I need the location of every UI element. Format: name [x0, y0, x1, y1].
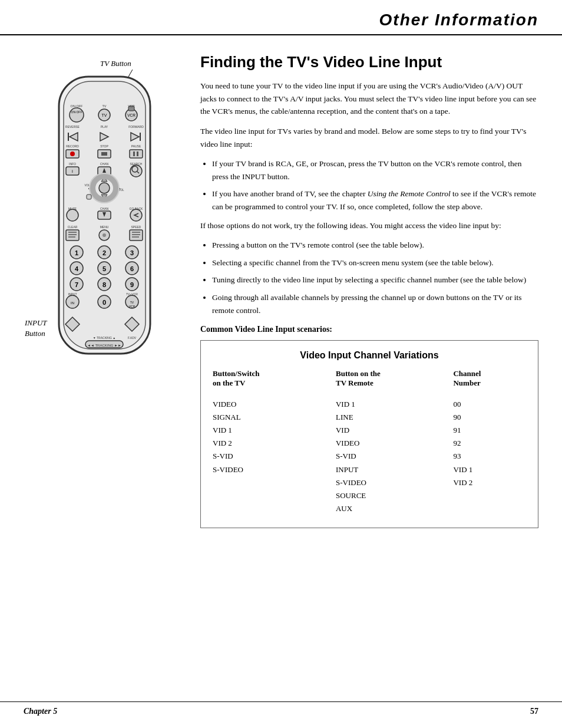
more-bullet-3: Tuning directly to the video line input … [212, 274, 538, 286]
svg-rect-25 [101, 152, 107, 156]
svg-point-23 [70, 151, 75, 156]
table-container: Video Input Channel Variations Button/Sw… [200, 340, 538, 528]
svg-text:3: 3 [130, 249, 134, 256]
svg-text:4: 4 [75, 265, 79, 272]
section-title: Finding the TV's Video Line Input [200, 53, 538, 71]
bullet-item-2: If you have another brand of TV, see the… [212, 187, 538, 213]
more-bullet-2: Selecting a specific channel from the TV… [212, 256, 538, 269]
svg-rect-59 [130, 230, 143, 241]
right-column: Finding the TV's Video Line Input You ne… [200, 53, 538, 528]
svg-text:PAUSE: PAUSE [131, 144, 141, 148]
svg-text:REVERSE: REVERSE [65, 125, 80, 129]
svg-text:CLEAR: CLEAR [68, 225, 78, 229]
svg-text:7: 7 [75, 281, 78, 288]
svg-text:IN: IN [71, 301, 74, 305]
svg-text:SPEED: SPEED [131, 225, 141, 229]
left-column: TV Button ON·OFF TV [24, 53, 183, 528]
svg-text:▼ TRACKING ▲: ▼ TRACKING ▲ [93, 336, 115, 340]
middle-text: If those options do not work, try the fo… [200, 219, 538, 232]
intro-paragraph-1: You need to tune your TV to the video li… [200, 80, 538, 118]
svg-text:2: 2 [103, 249, 106, 256]
svg-text:RECORD: RECORD [66, 144, 79, 148]
svg-text:INFO: INFO [69, 162, 76, 166]
col-header-2: Button on theTV Remote [336, 369, 453, 393]
cell-switch: VIDEOSIGNALVID 1VID 2S-VIDS-VIDEO [213, 397, 336, 516]
col-header-1: Button/Switchon the TV [213, 369, 336, 393]
remote-control: ON·OFF TV VCR ON·OFF TV VCR REVERSE PLAY… [53, 71, 156, 365]
svg-point-58 [103, 233, 106, 237]
svg-text:VCR: VCR [129, 305, 135, 308]
second-bullet-list: Pressing a button on the TV's remote con… [212, 239, 538, 317]
svg-text:STOP: STOP [100, 144, 108, 148]
svg-text:ON·OFF: ON·OFF [71, 104, 83, 108]
svg-text:0: 0 [103, 299, 106, 306]
svg-point-40 [99, 183, 110, 193]
svg-text:VCR: VCR [128, 104, 135, 108]
input-button-label: INPUT Button [25, 318, 47, 339]
svg-rect-53 [66, 230, 79, 241]
more-bullet-4: Going through all available channels by … [212, 291, 538, 317]
svg-text:TV: TV [102, 113, 107, 117]
svg-text:MENU: MENU [100, 225, 109, 229]
header-title: Other Information [24, 11, 538, 29]
svg-text:◄◄ TRACKING ►►: ◄◄ TRACKING ►► [87, 344, 121, 347]
table-header-row: Button/Switchon the TV Button on theTV R… [213, 369, 526, 393]
svg-text:TV: TV [130, 301, 134, 304]
svg-text:PLAY: PLAY [101, 125, 108, 129]
page-footer: Chapter 5 57 [0, 701, 562, 716]
page-header: Other Information [0, 0, 562, 35]
table-title: Video Input Channel Variations [213, 350, 526, 361]
svg-text:9: 9 [130, 281, 134, 288]
svg-text:8: 8 [103, 281, 106, 288]
footer-chapter: Chapter 5 [24, 707, 57, 716]
table-row: VIDEOSIGNALVID 1VID 2S-VIDS-VIDEO VID 1L… [213, 397, 526, 516]
svg-text:F.ADV: F.ADV [128, 336, 137, 340]
svg-point-49 [130, 209, 142, 221]
svg-rect-28 [137, 151, 138, 156]
intro-paragraph-2: The video line input for TVs varies by b… [200, 125, 538, 150]
bullet-item-1: If your TV brand is RCA, GE, or Proscan,… [212, 157, 538, 183]
italic-text: Using the Remote Control [368, 189, 451, 198]
footer-page-number: 57 [530, 707, 538, 716]
svg-text:VCR: VCR [127, 113, 135, 117]
svg-text:i: i [72, 169, 73, 174]
svg-rect-27 [133, 151, 135, 156]
svg-text:FORWARD: FORWARD [128, 125, 144, 129]
common-scenarios-label: Common Video Line Input scenarios: [200, 325, 538, 334]
cell-channel: 0090919293VID 1VID 2 [453, 397, 526, 516]
svg-text:ON·OFF: ON·OFF [71, 110, 82, 114]
video-input-table: Button/Switchon the TV Button on theTV R… [213, 369, 526, 516]
main-content: TV Button ON·OFF TV [0, 35, 562, 540]
cell-remote: VID 1LINEVIDVIDEOS-VIDINPUTS-VIDEOSOURCE… [336, 397, 453, 516]
first-bullet-list: If your TV brand is RCA, GE, or Proscan,… [212, 157, 538, 213]
svg-text:TV: TV [102, 104, 106, 108]
svg-text:5: 5 [103, 265, 106, 272]
svg-text:CHAN: CHAN [100, 207, 109, 210]
svg-text:6: 6 [130, 265, 134, 272]
col-header-3: ChannelNumber [453, 369, 526, 393]
svg-text:1: 1 [75, 249, 78, 256]
svg-rect-26 [130, 150, 143, 158]
svg-text:CHAN: CHAN [100, 162, 109, 166]
svg-point-47 [67, 209, 78, 221]
svg-rect-43 [87, 195, 91, 199]
more-bullet-1: Pressing a button on the TV's remote con… [212, 239, 538, 252]
